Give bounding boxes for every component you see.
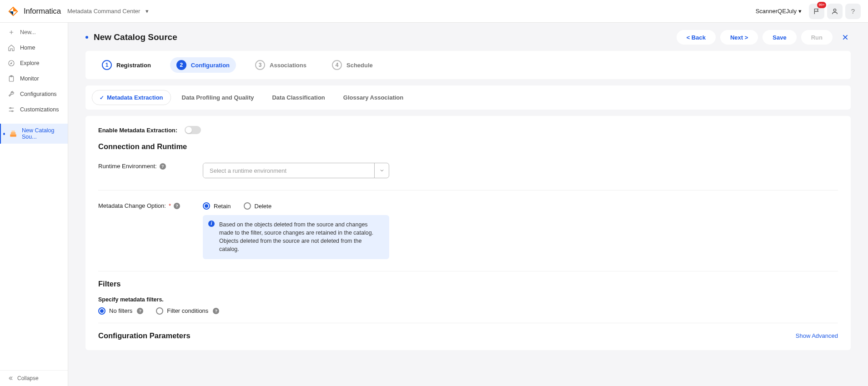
svg-point-9 xyxy=(12,110,13,112)
compass-icon xyxy=(7,59,15,67)
user-dropdown[interactable]: ScannerQEJuly▾ xyxy=(756,8,802,15)
radio-retain[interactable]: Retain xyxy=(203,202,231,210)
sidebar-item-label: Customizations xyxy=(20,106,59,113)
user-icon xyxy=(831,8,838,15)
svg-marker-3 xyxy=(10,11,13,15)
radio-filter-conditions[interactable]: Filter conditions xyxy=(156,307,208,315)
divider xyxy=(98,271,838,271)
sidebar-item-new[interactable]: New... xyxy=(0,25,68,40)
close-icon xyxy=(842,34,849,41)
section-filters: Filters xyxy=(98,280,838,288)
radio-label: Retain xyxy=(214,203,231,210)
sidebar-item-label: Configurations xyxy=(20,91,57,97)
brand-text: Informatica xyxy=(24,7,61,16)
wrench-icon xyxy=(7,90,15,98)
sidebar-item-configurations[interactable]: Configurations xyxy=(0,86,68,102)
sidebar: New... Home Explore Monitor Configuratio… xyxy=(0,23,68,386)
unsaved-indicator-icon xyxy=(3,133,5,135)
sidebar-collapse-button[interactable]: Collapse xyxy=(0,370,68,386)
product-dropdown[interactable]: Metadata Command Center xyxy=(67,8,140,15)
info-icon: i xyxy=(208,221,215,227)
sidebar-item-new-catalog-source[interactable]: New Catalog Sou... xyxy=(0,124,68,144)
radio-delete[interactable]: Delete xyxy=(244,202,272,210)
divider xyxy=(98,323,838,323)
back-button[interactable]: < Back xyxy=(677,30,716,45)
step-registration[interactable]: 1 Registration xyxy=(95,57,157,73)
question-icon: ? xyxy=(851,7,855,15)
tab-metadata-extraction[interactable]: ✓ Metadata Extraction xyxy=(92,90,171,105)
help-icon[interactable]: ? xyxy=(160,163,166,170)
radio-icon xyxy=(156,307,163,315)
help-icon[interactable]: ? xyxy=(137,308,143,314)
notifications-button[interactable]: 99+ xyxy=(809,4,824,19)
help-button[interactable]: ? xyxy=(845,4,861,19)
chevron-down-icon: ▾ xyxy=(798,8,802,15)
close-button[interactable] xyxy=(840,32,851,43)
sidebar-item-label: New Catalog Sou... xyxy=(22,127,60,140)
chevron-down-icon[interactable] xyxy=(374,163,389,178)
sliders-icon xyxy=(7,105,15,114)
tab-data-profiling[interactable]: Data Profiling and Quality xyxy=(175,90,261,105)
runtime-environment-input[interactable] xyxy=(203,163,374,178)
sidebar-item-monitor[interactable]: Monitor xyxy=(0,71,68,86)
sidebar-item-label: Explore xyxy=(20,60,39,66)
tab-label: Metadata Extraction xyxy=(107,94,163,101)
save-button[interactable]: Save xyxy=(763,30,796,45)
step-associations[interactable]: 3 Associations xyxy=(249,57,313,73)
logo-icon xyxy=(7,5,19,17)
run-button: Run xyxy=(801,30,833,45)
svg-point-4 xyxy=(833,9,836,11)
home-icon xyxy=(7,44,15,52)
radio-label: Delete xyxy=(255,203,272,210)
info-text: Based on the objects deleted from the so… xyxy=(219,221,373,252)
chevron-down-icon[interactable]: ▾ xyxy=(146,8,149,15)
radio-label: Filter conditions xyxy=(167,307,208,314)
divider xyxy=(98,190,838,190)
show-advanced-link[interactable]: Show Advanced xyxy=(796,332,838,339)
radio-icon xyxy=(244,202,251,210)
sidebar-item-explore[interactable]: Explore xyxy=(0,55,68,71)
svg-rect-10 xyxy=(10,135,16,137)
profile-button[interactable] xyxy=(827,4,843,19)
radio-icon xyxy=(203,202,210,210)
main-content: New Catalog Source < Back Next > Save Ru… xyxy=(68,23,868,386)
sidebar-item-label: New... xyxy=(20,29,36,35)
check-icon: ✓ xyxy=(100,95,104,101)
step-label: Registration xyxy=(116,62,151,69)
metadata-change-option-label: Metadata Change Option: xyxy=(98,202,166,209)
svg-rect-11 xyxy=(11,132,16,135)
sidebar-collapse-label: Collapse xyxy=(17,375,39,381)
section-connection-runtime: Connection and Runtime xyxy=(98,142,838,151)
sidebar-item-customizations[interactable]: Customizations xyxy=(0,102,68,117)
section-config-parameters: Configuration Parameters xyxy=(98,331,191,340)
topbar: Informatica Metadata Command Center ▾ Sc… xyxy=(0,0,868,23)
step-label: Associations xyxy=(270,62,306,69)
radio-no-filters[interactable]: No filters xyxy=(98,307,132,315)
catalog-source-icon xyxy=(9,130,17,138)
svg-point-8 xyxy=(10,107,11,109)
tab-data-classification[interactable]: Data Classification xyxy=(265,90,332,105)
radio-label: No filters xyxy=(109,307,132,314)
radio-icon xyxy=(98,307,105,315)
step-configuration[interactable]: 2 Configuration xyxy=(170,57,236,73)
sidebar-item-home[interactable]: Home xyxy=(0,40,68,55)
stepper-card: 1 Registration 2 Configuration 3 Associa… xyxy=(85,51,851,79)
enable-extraction-toggle[interactable] xyxy=(185,126,201,134)
required-indicator: * xyxy=(169,202,171,209)
filters-subtitle: Specify metadata filters. xyxy=(98,296,838,303)
svg-marker-2 xyxy=(13,7,17,11)
runtime-environment-select[interactable] xyxy=(203,163,389,178)
flag-icon xyxy=(813,8,820,15)
help-icon[interactable]: ? xyxy=(174,203,180,209)
help-icon[interactable]: ? xyxy=(213,308,219,314)
step-schedule[interactable]: 4 Schedule xyxy=(326,57,379,73)
svg-rect-12 xyxy=(11,130,15,132)
sidebar-item-label: Home xyxy=(20,45,35,51)
plus-icon xyxy=(7,28,15,36)
tab-glossary-association[interactable]: Glossary Association xyxy=(336,90,411,105)
next-button[interactable]: Next > xyxy=(720,30,758,45)
step-label: Schedule xyxy=(346,62,373,69)
sidebar-item-label: Monitor xyxy=(20,75,39,82)
form-card: Enable Metadata Extraction: Connection a… xyxy=(85,116,851,350)
clipboard-icon xyxy=(7,75,15,83)
